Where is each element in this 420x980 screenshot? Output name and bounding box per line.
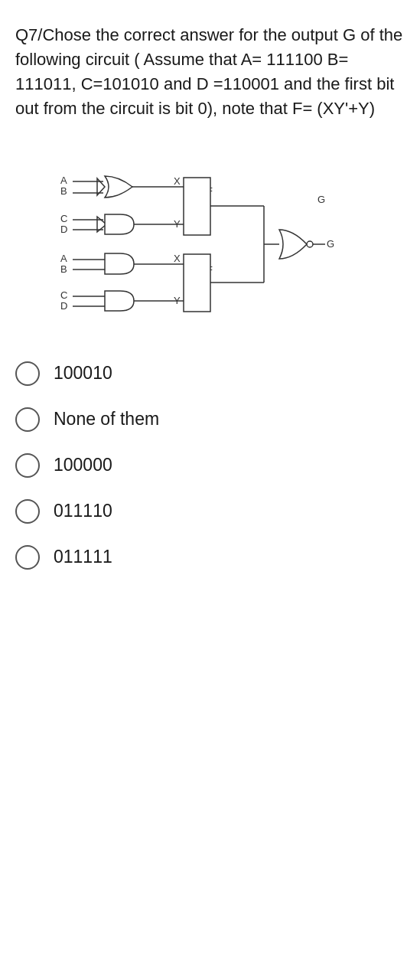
option-item-3[interactable]: 100000	[15, 453, 405, 478]
option-label-4: 011110	[54, 501, 112, 521]
option-label-1: 100010	[54, 363, 112, 384]
svg-text:A: A	[60, 175, 67, 186]
svg-text:G: G	[317, 194, 325, 205]
svg-text:D: D	[60, 300, 67, 312]
option-label-2: None of them	[54, 409, 159, 430]
radio-3[interactable]	[15, 453, 40, 478]
option-item-5[interactable]: 011111	[15, 545, 405, 570]
svg-text:B: B	[60, 185, 67, 197]
option-item-2[interactable]: None of them	[15, 407, 405, 432]
svg-text:C: C	[60, 289, 67, 301]
option-label-5: 011111	[54, 547, 112, 567]
svg-rect-15	[184, 178, 210, 235]
option-label-3: 100000	[54, 455, 112, 475]
svg-rect-33	[184, 254, 210, 312]
svg-text:G: G	[327, 238, 334, 250]
radio-1[interactable]	[15, 361, 40, 386]
option-item-4[interactable]: 011110	[15, 499, 405, 524]
svg-point-42	[307, 241, 313, 247]
svg-text:D: D	[60, 224, 67, 235]
svg-text:C: C	[60, 213, 67, 224]
options-list: 100010 None of them 100000 011110 011111	[15, 361, 405, 570]
svg-text:A: A	[60, 253, 67, 264]
svg-text:B: B	[60, 263, 67, 275]
circuit-diagram: A B X F C D Y	[50, 139, 371, 338]
svg-text:X: X	[174, 253, 181, 264]
radio-5[interactable]	[15, 545, 40, 570]
svg-text:X: X	[174, 175, 181, 187]
option-item-1[interactable]: 100010	[15, 361, 405, 386]
question-text: Q7/Chose the correct answer for the outp…	[15, 23, 405, 121]
radio-2[interactable]	[15, 407, 40, 432]
radio-4[interactable]	[15, 499, 40, 524]
